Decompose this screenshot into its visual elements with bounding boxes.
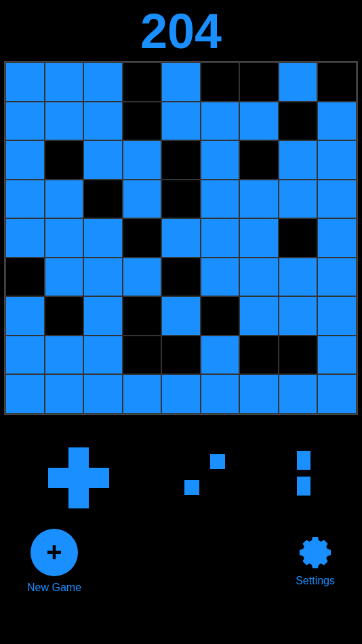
grid-cell-12[interactable] xyxy=(123,102,162,141)
grid-cell-57[interactable] xyxy=(123,296,162,336)
grid-cell-50[interactable] xyxy=(201,258,240,297)
mini-top-right xyxy=(210,454,225,469)
grid-cell-66[interactable] xyxy=(123,336,162,375)
grid-cell-73[interactable] xyxy=(45,374,84,414)
grid-cell-17[interactable] xyxy=(317,102,357,141)
grid-cell-21[interactable] xyxy=(123,140,162,180)
grid-cell-39[interactable] xyxy=(123,218,162,258)
grid-cell-4[interactable] xyxy=(161,62,201,102)
grid-cell-23[interactable] xyxy=(201,140,240,180)
grid-cell-52[interactable] xyxy=(279,258,318,297)
grid-cell-68[interactable] xyxy=(201,336,240,375)
grid-cell-32[interactable] xyxy=(201,180,240,219)
grid-cell-15[interactable] xyxy=(239,102,279,141)
grid-cell-45[interactable] xyxy=(5,258,45,297)
new-game-label: New Game xyxy=(27,582,81,594)
new-game-circle[interactable]: + xyxy=(31,529,78,576)
grid-cell-7[interactable] xyxy=(279,62,318,102)
grid-cell-1[interactable] xyxy=(45,62,84,102)
grid-cell-30[interactable] xyxy=(123,180,162,219)
grid-cell-47[interactable] xyxy=(83,258,123,297)
grid-cell-76[interactable] xyxy=(161,374,201,414)
grid-cell-42[interactable] xyxy=(239,218,279,258)
dpad-left-btn[interactable] xyxy=(48,468,68,488)
grid-cell-53[interactable] xyxy=(317,258,357,297)
grid-cell-11[interactable] xyxy=(83,102,123,141)
grid-cell-70[interactable] xyxy=(279,336,318,375)
grid-cell-60[interactable] xyxy=(239,296,279,336)
grid-cell-8[interactable] xyxy=(317,62,357,102)
vert-control[interactable] xyxy=(294,451,314,505)
grid-cell-78[interactable] xyxy=(239,374,279,414)
grid-cell-51[interactable] xyxy=(239,258,279,297)
grid-cell-61[interactable] xyxy=(279,296,318,336)
grid-cell-62[interactable] xyxy=(317,296,357,336)
grid-cell-63[interactable] xyxy=(5,336,45,375)
grid-cell-36[interactable] xyxy=(5,218,45,258)
grid-cell-46[interactable] xyxy=(45,258,84,297)
game-grid xyxy=(4,61,358,415)
grid-cell-48[interactable] xyxy=(123,258,162,297)
grid-cell-65[interactable] xyxy=(83,336,123,375)
grid-cell-24[interactable] xyxy=(239,140,279,180)
grid-cell-33[interactable] xyxy=(239,180,279,219)
grid-cell-19[interactable] xyxy=(45,140,84,180)
grid-cell-72[interactable] xyxy=(5,374,45,414)
grid-cell-29[interactable] xyxy=(83,180,123,219)
grid-cell-9[interactable] xyxy=(5,102,45,141)
grid-cell-14[interactable] xyxy=(201,102,240,141)
grid-cell-27[interactable] xyxy=(5,180,45,219)
grid-cell-58[interactable] xyxy=(161,296,201,336)
plus-icon: + xyxy=(46,538,62,565)
grid-cell-5[interactable] xyxy=(201,62,240,102)
grid-cell-69[interactable] xyxy=(239,336,279,375)
grid-cell-20[interactable] xyxy=(83,140,123,180)
mini-bottom-left xyxy=(184,480,199,495)
grid-cell-38[interactable] xyxy=(83,218,123,258)
grid-cell-35[interactable] xyxy=(317,180,357,219)
grid-cell-67[interactable] xyxy=(161,336,201,375)
grid-cell-40[interactable] xyxy=(161,218,201,258)
grid-cell-75[interactable] xyxy=(123,374,162,414)
score-display: 204 xyxy=(140,4,222,58)
grid-cell-37[interactable] xyxy=(45,218,84,258)
grid-cell-56[interactable] xyxy=(83,296,123,336)
settings-button[interactable]: Settings xyxy=(296,536,335,587)
grid-cell-64[interactable] xyxy=(45,336,84,375)
grid-cell-71[interactable] xyxy=(317,336,357,375)
grid-cell-80[interactable] xyxy=(317,374,357,414)
grid-cell-26[interactable] xyxy=(317,140,357,180)
grid-cell-22[interactable] xyxy=(161,140,201,180)
mini-control[interactable] xyxy=(178,454,225,502)
dpad-center xyxy=(68,468,89,488)
grid-cell-16[interactable] xyxy=(279,102,318,141)
grid-cell-54[interactable] xyxy=(5,296,45,336)
dpad-left[interactable] xyxy=(48,447,109,508)
grid-cell-3[interactable] xyxy=(123,62,162,102)
grid-cell-0[interactable] xyxy=(5,62,45,102)
grid-cell-44[interactable] xyxy=(317,218,357,258)
grid-cell-34[interactable] xyxy=(279,180,318,219)
grid-cell-74[interactable] xyxy=(83,374,123,414)
grid-cell-6[interactable] xyxy=(239,62,279,102)
grid-cell-43[interactable] xyxy=(279,218,318,258)
gear-icon xyxy=(298,536,332,569)
grid-cell-79[interactable] xyxy=(279,374,318,414)
grid-cell-77[interactable] xyxy=(201,374,240,414)
grid-cell-13[interactable] xyxy=(161,102,201,141)
dpad-right-btn[interactable] xyxy=(89,468,109,488)
grid-cell-31[interactable] xyxy=(161,180,201,219)
new-game-button[interactable]: + New Game xyxy=(27,529,81,594)
grid-cell-28[interactable] xyxy=(45,180,84,219)
grid-cell-55[interactable] xyxy=(45,296,84,336)
grid-cell-59[interactable] xyxy=(201,296,240,336)
grid-cell-49[interactable] xyxy=(161,258,201,297)
grid-cell-25[interactable] xyxy=(279,140,318,180)
grid-cell-18[interactable] xyxy=(5,140,45,180)
grid-cell-41[interactable] xyxy=(201,218,240,258)
dpad-up[interactable] xyxy=(68,447,89,468)
grid-cell-10[interactable] xyxy=(45,102,84,141)
grid-cell-2[interactable] xyxy=(83,62,123,102)
dpad-row xyxy=(0,427,362,515)
dpad-down[interactable] xyxy=(68,488,89,508)
